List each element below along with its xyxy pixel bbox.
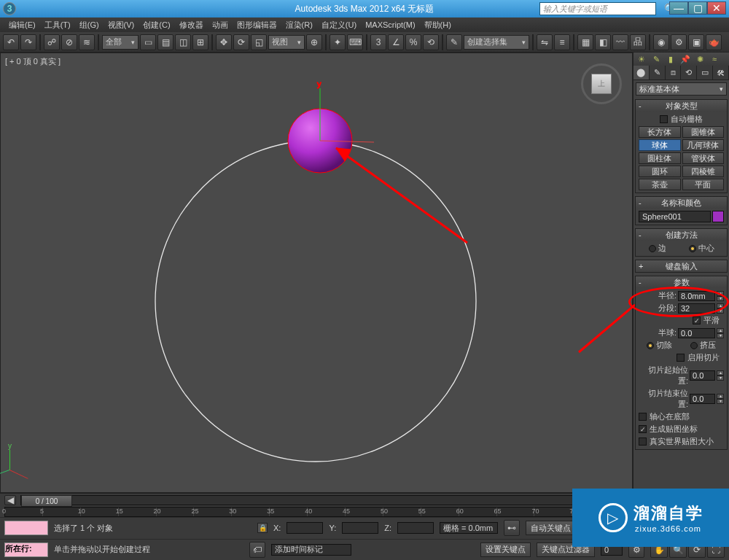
tab-display[interactable]: ▭: [697, 66, 713, 79]
mirror-button[interactable]: ⇋: [537, 34, 553, 50]
rollup-head-kbd[interactable]: 键盘输入: [636, 260, 727, 272]
manipulate-button[interactable]: ✦: [330, 34, 346, 50]
select-move-button[interactable]: ✥: [216, 34, 232, 50]
viewcube[interactable]: 上: [581, 63, 622, 104]
menu-tools[interactable]: 工具(T): [40, 20, 75, 31]
hemi-spinner[interactable]: 0.0: [678, 328, 715, 338]
key-mode-button[interactable]: ⊷: [504, 520, 520, 536]
rollup-head-params[interactable]: 参数: [636, 276, 727, 288]
menu-edit[interactable]: 编辑(E): [4, 20, 40, 31]
object-name-input[interactable]: Sphere001: [639, 211, 711, 222]
sun-icon[interactable]: ✺: [695, 54, 705, 64]
prim-geosphere[interactable]: 几何球体: [682, 139, 725, 151]
edit-named-sel-button[interactable]: ✎: [446, 34, 462, 50]
tab-motion[interactable]: ⟲: [681, 66, 697, 79]
base-pivot-checkbox[interactable]: [639, 413, 647, 421]
x-field[interactable]: [286, 522, 323, 534]
autokey-button[interactable]: 自动关键点: [526, 521, 576, 535]
render-production-button[interactable]: 🫖: [706, 34, 722, 50]
category-combo[interactable]: 标准基本体: [636, 82, 727, 96]
percent-snap-button[interactable]: %: [405, 34, 421, 50]
bind-spacewarp-button[interactable]: ≋: [79, 34, 95, 50]
named-selection-combo[interactable]: 创建选择集: [464, 35, 529, 50]
pivot-center-button[interactable]: ⊕: [306, 34, 322, 50]
add-time-tag[interactable]: 添加时间标记: [271, 544, 351, 556]
object-color-swatch[interactable]: [712, 211, 724, 222]
keyboard-shortcut-button[interactable]: ⌨: [347, 34, 363, 50]
tab-modify[interactable]: ✎: [650, 66, 666, 79]
time-slider-handle[interactable]: 0 / 100: [21, 495, 72, 507]
prim-cone[interactable]: 圆锥体: [682, 126, 725, 138]
slice-on-checkbox[interactable]: [677, 354, 685, 362]
menu-help[interactable]: 帮助(H): [420, 20, 456, 31]
prim-teapot[interactable]: 茶壶: [639, 179, 681, 190]
radius-spinner[interactable]: 8.0mm: [678, 291, 715, 301]
setkey-button[interactable]: 设置关键点: [480, 542, 531, 557]
ref-coord-combo[interactable]: 视图: [268, 35, 305, 50]
selection-filter-combo[interactable]: 全部: [102, 35, 139, 50]
prim-tube[interactable]: 管状体: [682, 152, 725, 164]
snap-toggle-button[interactable]: 3: [370, 34, 386, 50]
menu-animation[interactable]: 动画: [208, 20, 233, 31]
y-field[interactable]: [342, 522, 378, 534]
select-scale-button[interactable]: ◱: [251, 34, 267, 50]
smooth-checkbox[interactable]: [693, 316, 701, 324]
tab-create[interactable]: ⬤: [634, 66, 650, 79]
angle-snap-button[interactable]: ∠: [388, 34, 404, 50]
schematic-view-button[interactable]: 品: [630, 34, 646, 50]
menu-group[interactable]: 组(G): [75, 20, 104, 31]
window-crossing-button[interactable]: ⊞: [192, 34, 208, 50]
wand-icon[interactable]: ✎: [651, 54, 661, 64]
rollup-head-name[interactable]: 名称和颜色: [636, 197, 727, 209]
align-button[interactable]: ≡: [554, 34, 570, 50]
redo-button[interactable]: ↷: [20, 34, 36, 50]
prim-box[interactable]: 长方体: [639, 126, 681, 138]
close-button[interactable]: ✕: [707, 1, 726, 15]
prim-torus[interactable]: 圆环: [639, 166, 681, 177]
real-uv-checkbox[interactable]: [639, 438, 647, 446]
select-object-button[interactable]: ▭: [140, 34, 156, 50]
prim-pyramid[interactable]: 四棱锥: [682, 166, 725, 177]
rollup-head-create[interactable]: 创建方法: [636, 229, 727, 241]
radio-edge[interactable]: [649, 245, 656, 252]
autogrid-checkbox[interactable]: [660, 115, 668, 123]
help-search-input[interactable]: 输入关键字或短语: [539, 2, 656, 15]
curve-editor-button[interactable]: 〰: [612, 34, 628, 50]
radio-center[interactable]: [689, 245, 696, 252]
menu-customize[interactable]: 自定义(U): [317, 20, 361, 31]
lock-selection-button[interactable]: 🔒: [257, 523, 268, 533]
select-rotate-button[interactable]: ⟳: [233, 34, 249, 50]
render-frame-button[interactable]: ▣: [688, 34, 704, 50]
z-field[interactable]: [397, 522, 434, 534]
minimize-button[interactable]: —: [669, 1, 688, 15]
layer-manager-button[interactable]: ▦: [577, 34, 593, 50]
menu-create[interactable]: 创建(C): [139, 20, 174, 31]
prim-sphere[interactable]: 球体: [639, 139, 681, 151]
gen-uv-checkbox[interactable]: [639, 425, 647, 433]
spinner-snap-button[interactable]: ⟲: [423, 34, 439, 50]
time-prev-button[interactable]: ◀: [4, 495, 16, 505]
unlink-button[interactable]: ⊘: [61, 34, 77, 50]
radio-squash[interactable]: [690, 342, 698, 349]
graphite-button[interactable]: ◧: [595, 34, 611, 50]
menu-rendering[interactable]: 渲染(R): [281, 20, 317, 31]
select-name-button[interactable]: ▤: [157, 34, 174, 50]
time-tag-icon[interactable]: 🏷: [249, 542, 265, 558]
viewport-label[interactable]: [ + 0 顶 0 真实 ]: [5, 56, 61, 67]
lamp-icon[interactable]: ☀: [636, 54, 647, 64]
radio-chop[interactable]: [647, 342, 654, 349]
minilistener-input[interactable]: 所在行:: [4, 542, 48, 557]
link-button[interactable]: ☍: [44, 34, 60, 50]
material-editor-button[interactable]: ◉: [653, 34, 669, 50]
slice-from-spinner[interactable]: 0.0: [690, 370, 715, 381]
prim-plane[interactable]: 平面: [682, 179, 725, 190]
viewport[interactable]: [ + 0 顶 0 真实 ] y 上: [0, 52, 633, 493]
menu-grapheditors[interactable]: 图形编辑器: [233, 20, 281, 31]
prim-cylinder[interactable]: 圆柱体: [639, 152, 681, 164]
slice-to-spinner[interactable]: 0.0: [690, 394, 715, 404]
menu-maxscript[interactable]: MAXScript(M): [361, 20, 419, 29]
menu-views[interactable]: 视图(V): [104, 20, 139, 31]
undo-button[interactable]: ↶: [3, 34, 19, 50]
segments-spinner[interactable]: 32: [678, 303, 715, 314]
wave-icon[interactable]: ≈: [709, 54, 720, 64]
